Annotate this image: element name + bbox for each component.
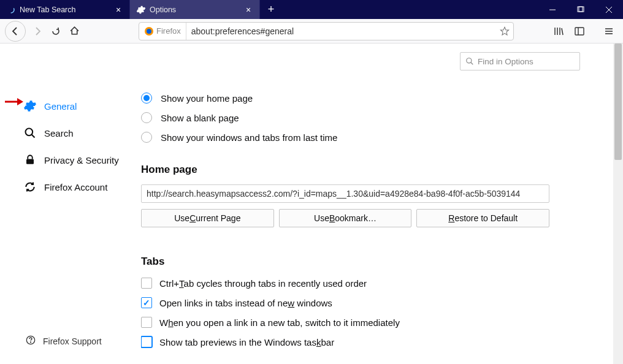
reload-button[interactable] <box>47 22 65 40</box>
svg-marker-18 <box>17 98 23 105</box>
sidebar-item-account[interactable]: Firefox Account <box>0 173 141 200</box>
checkbox-open-links-tabs[interactable]: Open links in tabs instead of new window… <box>141 297 580 308</box>
svg-rect-21 <box>26 159 34 164</box>
svg-rect-2 <box>578 7 583 12</box>
url-text: about:preferences#general <box>186 26 496 36</box>
library-icon[interactable] <box>549 22 568 40</box>
checkbox-icon <box>141 336 152 347</box>
identity-box[interactable]: Firefox <box>139 23 186 40</box>
preferences-sidebar: General Search Privacy & Security Firefo… <box>0 44 141 364</box>
find-placeholder: Find in Options <box>478 57 533 66</box>
tab-newtabsearch[interactable]: New Tab Search × <box>0 0 130 19</box>
radio-icon <box>141 112 152 123</box>
preferences-content: General Search Privacy & Security Firefo… <box>0 44 623 364</box>
svg-line-25 <box>471 63 473 65</box>
gear-icon <box>136 5 146 15</box>
back-button[interactable] <box>5 21 26 42</box>
use-current-page-button[interactable]: Use Current Page <box>141 209 274 227</box>
homepage-button-row: Use Current Page Use Bookmark… Restore t… <box>141 209 549 227</box>
tabs-checkbox-group: Ctrl+Tab cycles through tabs in recently… <box>141 278 580 347</box>
sidebar-item-privacy[interactable]: Privacy & Security <box>0 146 141 173</box>
window-controls <box>538 0 623 19</box>
bookmark-star-icon[interactable] <box>496 26 513 36</box>
hamburger-menu-icon[interactable] <box>600 22 618 40</box>
find-in-options-input[interactable]: Find in Options <box>460 52 580 70</box>
firefox-icon <box>144 26 154 36</box>
svg-point-0 <box>8 7 14 13</box>
sidebar-icon[interactable] <box>570 22 589 40</box>
lock-icon <box>23 153 37 167</box>
checkbox-icon <box>141 297 152 308</box>
identity-label: Firefox <box>156 26 181 36</box>
scrollbar-thumb[interactable] <box>614 44 622 160</box>
support-label: Firefox Support <box>43 336 102 346</box>
close-window-button[interactable] <box>595 0 623 19</box>
checkbox-switch-immediately[interactable]: When you open a link in a new tab, switc… <box>141 317 580 328</box>
svg-point-7 <box>147 29 151 34</box>
tab-label: New Tab Search <box>20 6 76 14</box>
nav-toolbar: Firefox about:preferences#general <box>0 19 623 44</box>
checkbox-icon <box>141 317 152 328</box>
forward-button[interactable] <box>28 22 47 40</box>
close-icon[interactable]: × <box>113 5 123 15</box>
general-panel: Find in Options Show your home page Show… <box>141 44 623 364</box>
checkbox-tab-previews[interactable]: Show tab previews in the Windows taskbar <box>141 336 580 347</box>
homepage-heading: Home page <box>141 164 580 176</box>
svg-line-20 <box>32 135 35 138</box>
sidebar-label: Search <box>44 128 74 138</box>
radio-label: Show your windows and tabs from last tim… <box>161 132 337 143</box>
use-bookmark-button[interactable]: Use Bookmark… <box>279 209 412 227</box>
checkbox-label: Ctrl+Tab cycles through tabs in recently… <box>159 278 367 289</box>
home-button[interactable] <box>65 22 83 40</box>
radio-icon <box>141 93 152 104</box>
titlebar: New Tab Search × Options × + <box>0 0 623 19</box>
startup-radio-group: Show your home page Show a blank page Sh… <box>141 93 580 143</box>
radio-icon <box>141 132 152 143</box>
checkbox-label: Open links in tabs instead of new window… <box>159 298 332 308</box>
svg-point-23 <box>30 342 31 343</box>
checkbox-label: Show tab previews in the Windows taskbar <box>159 337 334 347</box>
sidebar-item-general[interactable]: General <box>0 93 141 119</box>
sidebar-support-link[interactable]: Firefox Support <box>0 335 141 347</box>
svg-line-11 <box>562 28 563 35</box>
sidebar-label: Firefox Account <box>44 182 107 192</box>
svg-rect-3 <box>579 7 584 12</box>
spinner-icon <box>6 5 16 15</box>
maximize-button[interactable] <box>567 0 595 19</box>
radio-show-last[interactable]: Show your windows and tabs from last tim… <box>141 132 580 143</box>
minimize-button[interactable] <box>538 0 567 19</box>
scrollbar-track[interactable] <box>613 44 623 364</box>
sidebar-label: Privacy & Security <box>44 155 119 165</box>
checkbox-icon <box>141 278 152 289</box>
homepage-url-input[interactable] <box>141 184 549 203</box>
checkbox-label: When you open a link in a new tab, switc… <box>159 317 400 328</box>
svg-rect-12 <box>575 28 584 35</box>
radio-label: Show your home page <box>161 93 253 104</box>
checkbox-ctrl-tab[interactable]: Ctrl+Tab cycles through tabs in recently… <box>141 278 580 289</box>
svg-point-19 <box>26 129 33 136</box>
tabs-heading: Tabs <box>141 256 580 268</box>
radio-show-homepage[interactable]: Show your home page <box>141 93 580 104</box>
tab-label: Options <box>150 6 176 14</box>
tab-options[interactable]: Options × <box>130 0 260 19</box>
radio-label: Show a blank page <box>161 113 239 123</box>
help-icon <box>26 335 36 347</box>
new-tab-button[interactable]: + <box>260 0 282 19</box>
gear-icon <box>23 99 37 113</box>
sync-icon <box>23 180 37 194</box>
annotation-arrow-icon <box>5 97 23 106</box>
url-bar[interactable]: Firefox about:preferences#general <box>139 22 514 40</box>
svg-point-24 <box>467 58 472 63</box>
close-icon[interactable]: × <box>243 5 253 15</box>
sidebar-item-search[interactable]: Search <box>0 119 141 146</box>
restore-default-button[interactable]: Restore to Default <box>416 209 549 227</box>
radio-show-blank[interactable]: Show a blank page <box>141 112 580 123</box>
sidebar-label: General <box>44 101 77 112</box>
search-icon <box>23 126 37 140</box>
search-icon <box>465 57 474 66</box>
